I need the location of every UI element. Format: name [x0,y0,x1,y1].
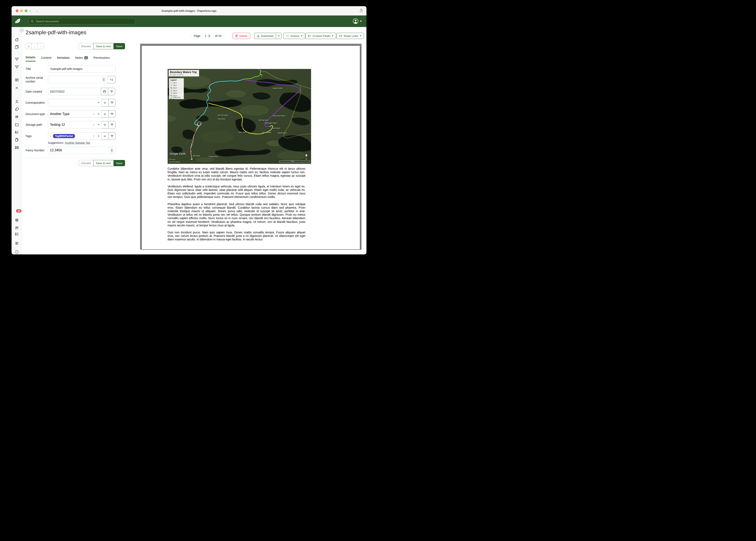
sidebar-item-correspondents[interactable] [15,99,19,104]
clear-icon[interactable]: × [93,135,95,138]
filter-lines-icon [110,124,113,126]
document-paragraph: Phasellus dapibus quam a hendrerit place… [168,203,305,227]
chevron-down-icon [332,35,333,37]
download-dropdown-button[interactable] [276,33,282,39]
sidebar-item-dashboard[interactable] [15,38,19,42]
filter-by-storage-path-button[interactable] [108,121,116,129]
document-type-select[interactable]: Another Type × [48,110,102,118]
sidebar-item-saved-view-2[interactable] [15,65,19,69]
sidebar-expand-button[interactable]: » [19,28,24,32]
asn-input[interactable] [48,76,107,83]
share-links-button[interactable]: Share Links [336,33,364,39]
tag-chip[interactable]: TagWithPartial [53,134,75,138]
paperless-logo-icon[interactable] [14,18,21,26]
correspondent-select[interactable] [48,99,102,106]
add-storage-path-button[interactable] [101,121,109,129]
sidebar-item-settings[interactable] [15,218,19,222]
sidebar-item-workflows[interactable] [15,130,19,135]
discard-button[interactable]: Discard [79,43,93,49]
close-document-button[interactable]: x [26,43,32,49]
fancy-number-input[interactable]: 12.3456 [48,147,116,154]
tab-metadata[interactable]: Metadata [57,56,69,61]
legend-item: Entry Point 24 [170,97,183,100]
search-input[interactable] [35,20,133,23]
clear-icon[interactable]: × [93,112,95,116]
documents-icon [15,45,19,49]
date-created-input[interactable] [48,88,101,95]
tags-select[interactable]: × TagWithPartial × [48,132,102,140]
correspondent-label: Correspondent [26,101,46,105]
sidebar-item-help[interactable]: ? [15,250,19,254]
island-label: Washington Island [265,122,276,124]
filter-by-correspondent-button[interactable] [108,99,116,106]
suggested-tag-link[interactable]: Another Sample Tag [65,141,90,144]
tab-permissions[interactable]: Permissions [93,56,110,61]
map-title-box: Boundary Waters Trip Six days in BWCA [169,70,199,77]
tab-content[interactable]: Content [41,56,52,61]
trail-dots-icon [170,87,172,89]
pdf-viewer-frame[interactable]: Boundary Waters Trip Six days in BWCA Le… [140,44,361,250]
map-title: Boundary Waters Trip [170,71,198,74]
document-type-label: Document type [26,112,46,116]
satellite-map-graphic [168,69,311,164]
next-document-button[interactable]: → [38,43,44,49]
user-menu[interactable] [353,18,362,24]
file-icon [15,138,19,142]
custom-fields-button[interactable]: Custom Fields [305,33,336,39]
sidebar-item-documents[interactable] [15,45,19,49]
sidebar-item-custom-fields[interactable] [15,115,19,119]
sidebar-item-users-groups[interactable] [15,226,19,230]
app-header [12,15,366,27]
sidebar-item-open-document[interactable] [15,78,19,82]
filter-by-document-type-button[interactable] [108,110,116,118]
page-stepper[interactable] [208,34,211,38]
save-next-button[interactable]: Save & next [93,160,114,166]
calendar-button[interactable] [101,88,108,95]
sidebar-item-tags[interactable] [15,107,19,111]
tab-notes[interactable]: Notes1 [75,56,88,61]
download-button[interactable]: Download [254,33,276,39]
save-button[interactable]: Save [113,160,125,166]
fancy-number-label: Fancy Number [26,149,46,152]
filter-by-tag-button[interactable] [108,132,116,140]
clear-icon[interactable]: × [93,123,95,126]
legend-item: Day 5 [170,92,183,94]
delete-button[interactable]: Delete [233,33,250,39]
legend-item: Day 3 [170,87,183,89]
copyright-line-2: Image © 2017 DigitalGlobe [169,162,180,163]
add-document-type-button[interactable] [101,110,109,118]
storage-path-label: Storage path [26,123,46,127]
save-next-button[interactable]: Save & next [93,43,114,49]
actions-button[interactable]: Actions [283,33,305,39]
previous-document-button[interactable]: ← [32,43,38,49]
share-icon[interactable] [359,8,363,13]
add-tag-button[interactable] [101,132,109,140]
sidebar-item-tasks[interactable] [15,232,19,236]
save-button[interactable]: Save [113,43,125,49]
map-scale-bar [279,161,310,163]
title-input[interactable] [48,65,116,73]
sidebar-item-saved-view-1[interactable] [15,57,19,61]
sidebar-item-close-document[interactable] [15,86,19,90]
asn-plus-one-button[interactable]: +1 [107,76,116,83]
download-split-button: Download [254,33,282,39]
document-nav-group: x ← → [26,43,44,49]
remove-tag-icon[interactable]: × [50,135,52,138]
trail-dots-icon [170,84,172,86]
storage-path-select[interactable]: Testing 12 × [48,121,102,129]
island-label: Half Dog Island [258,119,268,121]
add-correspondent-button[interactable] [101,99,109,106]
sidebar-item-logs[interactable] [15,241,19,246]
asn-stepper[interactable] [102,77,105,82]
discard-button[interactable]: Discard [79,160,93,166]
sidebar-item-document-types[interactable] [15,138,19,142]
sidebar-item-mail[interactable] [15,145,19,150]
chevron-down-icon [98,102,99,103]
island-label: Canoe Island [238,132,247,133]
tab-details[interactable]: Details [26,56,35,61]
sidebar-item-storage-paths[interactable] [15,123,19,127]
page-number-input[interactable]: 1 [203,33,213,39]
fancy-number-stepper[interactable] [110,148,113,153]
page-label: Page [191,33,203,39]
filter-by-date-button[interactable] [108,88,115,95]
